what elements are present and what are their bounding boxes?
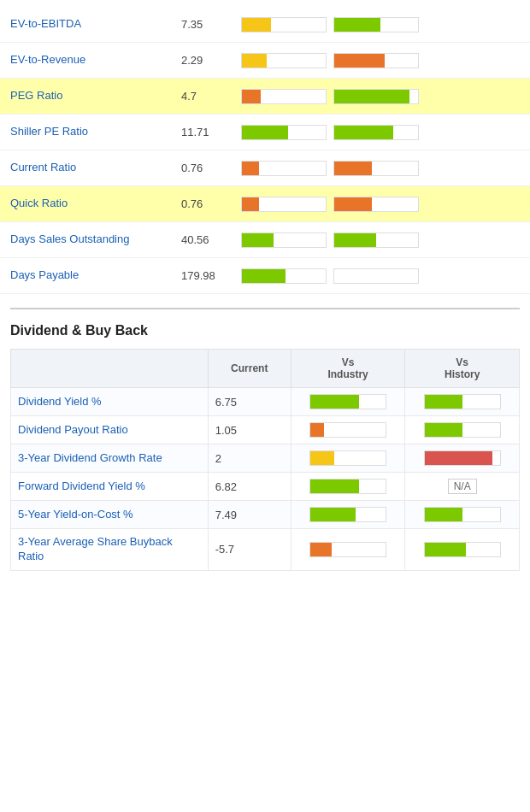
metric-row-ev-ebitda: EV-to-EBITDA7.35 bbox=[0, 7, 530, 43]
vs-history-bar-current-ratio bbox=[333, 161, 419, 176]
dividend-name-yield-on-cost: 5-Year Yield-on-Cost % bbox=[11, 501, 209, 529]
metric-value-days-payable: 179.98 bbox=[181, 269, 241, 282]
section-divider bbox=[10, 308, 520, 309]
dividend-value-buyback-ratio: -5.7 bbox=[208, 529, 291, 571]
vs-history-bar-days-sales bbox=[333, 232, 419, 248]
vs-industry-bar-current-ratio bbox=[241, 161, 327, 176]
metric-value-days-sales: 40.56 bbox=[181, 233, 241, 246]
dividend-vs-industry-buyback-ratio bbox=[291, 529, 405, 571]
dividend-vs-industry-fwd-div-yield bbox=[291, 473, 405, 501]
vs-industry-bar-ev-revenue bbox=[241, 53, 327, 68]
dividend-vs-industry-yield-on-cost bbox=[291, 501, 405, 529]
col-header-vs-industry: VsIndustry bbox=[291, 350, 405, 388]
vs-industry-bar-shiller-pe bbox=[241, 125, 327, 140]
dividend-value-fwd-div-yield: 6.82 bbox=[208, 473, 291, 501]
metric-value-current-ratio: 0.76 bbox=[181, 162, 241, 174]
metric-value-shiller-pe: 11.71 bbox=[181, 126, 241, 138]
dividend-vs-history-div-yield bbox=[405, 388, 520, 416]
metric-row-current-ratio: Current Ratio0.76 bbox=[0, 150, 530, 186]
metric-value-ev-revenue: 2.29 bbox=[181, 54, 241, 67]
dividend-name-buyback-ratio: 3-Year Average Share Buyback Ratio bbox=[11, 529, 209, 571]
metric-row-days-sales: Days Sales Outstanding40.56 bbox=[0, 222, 530, 258]
vs-industry-bar-ev-ebitda bbox=[241, 17, 327, 32]
dividend-vs-history-fwd-div-yield: N/A bbox=[405, 473, 520, 501]
dividend-value-div-payout: 1.05 bbox=[208, 416, 291, 444]
bar-group-quick-ratio bbox=[241, 197, 520, 212]
dividend-vs-industry-div-payout bbox=[291, 416, 405, 444]
bar-group-shiller-pe bbox=[241, 125, 520, 140]
dividend-section: Dividend & Buy BackCurrentVsIndustryVsHi… bbox=[0, 323, 530, 571]
dividend-name-div-growth: 3-Year Dividend Growth Rate bbox=[11, 444, 209, 473]
metric-name-days-sales: Days Sales Outstanding bbox=[10, 232, 181, 247]
metric-name-ev-ebitda: EV-to-EBITDA bbox=[10, 17, 181, 32]
bar-group-ev-revenue bbox=[241, 53, 520, 68]
vs-history-bar-ev-revenue bbox=[333, 53, 419, 68]
vs-industry-bar-days-payable bbox=[241, 268, 327, 284]
metric-name-peg-ratio: PEG Ratio bbox=[10, 89, 181, 103]
vs-history-bar-ev-ebitda bbox=[333, 17, 419, 32]
dividend-vs-industry-div-growth bbox=[291, 444, 405, 473]
dividend-name-div-payout: Dividend Payout Ratio bbox=[11, 416, 209, 444]
dividend-vs-history-buyback-ratio bbox=[405, 529, 520, 571]
bar-group-ev-ebitda bbox=[241, 17, 520, 32]
metric-name-ev-revenue: EV-to-Revenue bbox=[10, 53, 181, 68]
dividend-vs-history-yield-on-cost bbox=[405, 501, 520, 529]
dividend-row-fwd-div-yield: Forward Dividend Yield %6.82N/A bbox=[11, 473, 520, 501]
metric-value-quick-ratio: 0.76 bbox=[181, 197, 241, 210]
dividend-table: CurrentVsIndustryVsHistoryDividend Yield… bbox=[10, 349, 520, 571]
dividend-row-div-payout: Dividend Payout Ratio1.05 bbox=[11, 416, 520, 444]
metric-row-peg-ratio: PEG Ratio4.7 bbox=[0, 79, 530, 115]
dividend-name-div-yield: Dividend Yield % bbox=[11, 388, 209, 416]
vs-industry-bar-peg-ratio bbox=[241, 89, 327, 104]
dividend-title: Dividend & Buy Back bbox=[10, 323, 520, 338]
bar-group-days-payable bbox=[241, 268, 520, 284]
metric-row-ev-revenue: EV-to-Revenue2.29 bbox=[0, 43, 530, 79]
col-header-vs-history: VsHistory bbox=[405, 350, 520, 388]
bar-group-days-sales bbox=[241, 232, 520, 248]
metric-value-peg-ratio: 4.7 bbox=[181, 90, 241, 103]
vs-history-bar-peg-ratio bbox=[333, 89, 419, 104]
vs-history-bar-days-payable bbox=[333, 268, 419, 284]
metric-row-quick-ratio: Quick Ratio0.76 bbox=[0, 186, 530, 222]
vs-industry-bar-quick-ratio bbox=[241, 197, 327, 212]
metric-name-days-payable: Days Payable bbox=[10, 268, 181, 283]
dividend-row-div-growth: 3-Year Dividend Growth Rate2 bbox=[11, 444, 520, 473]
metric-name-current-ratio: Current Ratio bbox=[10, 161, 181, 175]
vs-industry-bar-days-sales bbox=[241, 232, 327, 248]
bar-group-current-ratio bbox=[241, 161, 520, 176]
col-header-name bbox=[11, 350, 209, 388]
dividend-vs-industry-div-yield bbox=[291, 388, 405, 416]
metric-row-shiller-pe: Shiller PE Ratio11.71 bbox=[0, 115, 530, 150]
col-header-current: Current bbox=[208, 350, 291, 388]
valuation-metrics-section: EV-to-EBITDA7.35EV-to-Revenue2.29PEG Rat… bbox=[0, 0, 530, 294]
dividend-row-div-yield: Dividend Yield %6.75 bbox=[11, 388, 520, 416]
dividend-vs-history-div-growth bbox=[405, 444, 520, 473]
dividend-row-yield-on-cost: 5-Year Yield-on-Cost %7.49 bbox=[11, 501, 520, 529]
vs-history-bar-shiller-pe bbox=[333, 125, 419, 140]
vs-history-bar-quick-ratio bbox=[333, 197, 419, 212]
metric-name-shiller-pe: Shiller PE Ratio bbox=[10, 125, 181, 139]
dividend-value-div-growth: 2 bbox=[208, 444, 291, 473]
dividend-value-div-yield: 6.75 bbox=[208, 388, 291, 416]
metric-value-ev-ebitda: 7.35 bbox=[181, 18, 241, 31]
dividend-value-yield-on-cost: 7.49 bbox=[208, 501, 291, 529]
dividend-name-fwd-div-yield: Forward Dividend Yield % bbox=[11, 473, 209, 501]
metric-row-days-payable: Days Payable179.98 bbox=[0, 258, 530, 294]
bar-group-peg-ratio bbox=[241, 89, 520, 104]
dividend-vs-history-div-payout bbox=[405, 416, 520, 444]
metric-name-quick-ratio: Quick Ratio bbox=[10, 197, 181, 211]
dividend-row-buyback-ratio: 3-Year Average Share Buyback Ratio-5.7 bbox=[11, 529, 520, 571]
